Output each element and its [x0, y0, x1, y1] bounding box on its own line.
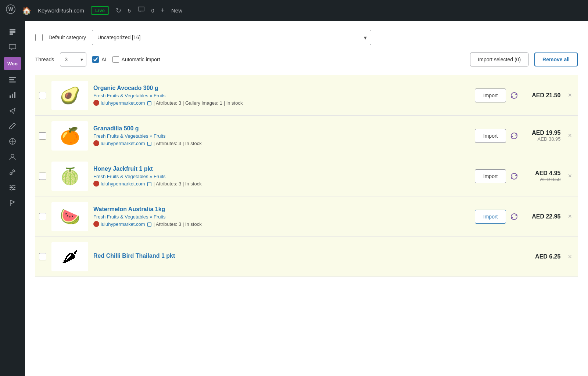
product-meta-p4: luluhypermarket.com | Attributes: 3 | In…	[93, 221, 470, 227]
remove-button-p4[interactable]: ×	[566, 211, 574, 222]
product-checkbox-p3[interactable]	[39, 173, 46, 180]
sidebar-icon-edit[interactable]	[2, 119, 23, 133]
product-title-p5[interactable]: Red Chilli Bird Thailand 1 pkt	[93, 253, 513, 259]
svg-rect-7	[9, 79, 14, 80]
svg-point-20	[11, 189, 12, 190]
product-category-p3[interactable]: Fresh Fruits & Vegetables » Fruits	[93, 174, 470, 179]
wp-logo-icon[interactable]: W	[6, 4, 15, 17]
remove-button-p1[interactable]: ×	[566, 90, 574, 101]
ai-checkbox-label[interactable]: AI	[92, 56, 106, 63]
sync-count: 5	[128, 8, 131, 14]
default-category-row: Default category Uncategorized [16] Frui…	[35, 30, 578, 45]
sidebar-icon-users[interactable]	[2, 149, 23, 164]
sidebar-icon-flag[interactable]	[2, 196, 23, 210]
table-row: 🌶 Red Chilli Bird Thailand 1 pkt AED 6.2…	[35, 237, 578, 277]
sidebar-icon-tools[interactable]	[2, 165, 23, 180]
source-link-p1[interactable]: luluhypermarket.com	[101, 100, 145, 106]
sidebar-icon-menu[interactable]	[2, 72, 23, 87]
table-row: 🍊 Granadilla 500 g Fresh Fruits & Vegeta…	[35, 116, 578, 156]
svg-rect-10	[12, 94, 13, 98]
price-main-p3: AED 4.95	[524, 170, 560, 177]
product-image-p1: 🥑	[51, 81, 88, 110]
product-info-p5: Red Chilli Bird Thailand 1 pkt	[93, 253, 513, 261]
category-select[interactable]: Uncategorized [16] Fruits Vegetables	[92, 30, 371, 45]
external-icon-p2	[147, 142, 151, 146]
svg-rect-6	[9, 77, 16, 78]
product-actions-p3: Import	[475, 169, 519, 183]
sync-icon[interactable]: ↻	[116, 7, 121, 15]
product-category-p1[interactable]: Fresh Fruits & Vegetables » Fruits	[93, 93, 470, 98]
product-meta-p3: luluhypermarket.com | Attributes: 3 | In…	[93, 181, 470, 187]
price-main-p4: AED 22.95	[524, 213, 560, 220]
import-button-p4[interactable]: Import	[475, 210, 506, 224]
svg-rect-5	[9, 44, 16, 49]
sync-icon-p3[interactable]	[510, 172, 519, 181]
source-link-p2[interactable]: luluhypermarket.com	[101, 141, 145, 146]
sidebar-icon-appearance[interactable]	[2, 134, 23, 149]
remove-button-p5[interactable]: ×	[566, 252, 574, 262]
sidebar-icon-settings[interactable]	[2, 180, 23, 195]
product-actions-p2: Import	[475, 129, 519, 143]
sidebar-icon-woo[interactable]: Woo	[4, 57, 21, 70]
remove-button-p3[interactable]: ×	[566, 171, 574, 181]
attributes-p1: | Attributes: 3 | Gallery images: 1 | In…	[154, 100, 243, 106]
table-row: 🍈 Honey Jackfruit 1 pkt Fresh Fruits & V…	[35, 156, 578, 196]
remove-button-p2[interactable]: ×	[566, 130, 574, 141]
default-category-checkbox[interactable]	[35, 34, 43, 41]
sync-icon-p2[interactable]	[510, 131, 519, 140]
remove-all-button[interactable]: Remove all	[534, 53, 578, 66]
external-icon-p1	[147, 101, 151, 105]
product-info-p2: Granadilla 500 g Fresh Fruits & Vegetabl…	[93, 125, 470, 146]
threads-select[interactable]: 12345	[60, 53, 86, 66]
product-image-p5: 🌶	[51, 242, 88, 271]
product-info-p4: Watermelon Australia 1kg Fresh Fruits & …	[93, 206, 470, 227]
product-title-p2[interactable]: Granadilla 500 g	[93, 125, 470, 132]
product-title-p3[interactable]: Honey Jackfruit 1 pkt	[93, 166, 470, 172]
default-category-label: Default category	[49, 35, 86, 40]
svg-point-18	[11, 185, 12, 187]
site-name[interactable]: KeywordRush.com	[38, 7, 84, 14]
product-info-p1: Organic Avocado 300 g Fresh Fruits & Veg…	[93, 85, 470, 106]
product-info-p3: Honey Jackfruit 1 pkt Fresh Fruits & Veg…	[93, 166, 470, 187]
product-title-p4[interactable]: Watermelon Australia 1kg	[93, 206, 470, 213]
comments-count: 0	[151, 8, 154, 14]
auto-import-checkbox[interactable]	[112, 56, 119, 63]
sidebar-icon-pages[interactable]	[2, 25, 23, 39]
home-icon[interactable]: 🏠	[22, 6, 31, 15]
source-link-p4[interactable]: luluhypermarket.com	[101, 221, 145, 227]
svg-rect-4	[10, 33, 13, 35]
price-old-p3: AED 8.50	[524, 177, 560, 182]
svg-rect-3	[10, 31, 15, 33]
product-checkbox-p5[interactable]	[39, 253, 46, 260]
product-category-p4[interactable]: Fresh Fruits & Vegetables » Fruits	[93, 214, 470, 220]
auto-import-checkbox-label[interactable]: Automatic import	[112, 56, 160, 63]
product-meta-p2: luluhypermarket.com | Attributes: 3 | In…	[93, 140, 470, 146]
sync-icon-p4[interactable]	[510, 212, 519, 221]
ai-label: AI	[101, 57, 106, 62]
product-image-p3: 🍈	[51, 162, 88, 191]
attributes-p2: | Attributes: 3 | In stock	[154, 141, 202, 146]
sync-icon-p1[interactable]	[510, 91, 519, 100]
product-checkbox-p1[interactable]	[39, 92, 46, 99]
ai-checkbox[interactable]	[92, 56, 99, 63]
import-button-p2[interactable]: Import	[475, 129, 506, 143]
category-select-wrapper: Uncategorized [16] Fruits Vegetables	[92, 30, 371, 45]
svg-rect-17	[10, 189, 15, 190]
import-selected-button[interactable]: Import selected (0)	[470, 53, 528, 66]
product-checkbox-p4[interactable]	[39, 213, 46, 220]
sidebar-icon-marketing[interactable]	[2, 103, 23, 118]
import-button-p1[interactable]: Import	[475, 88, 506, 102]
sidebar-icon-analytics[interactable]	[2, 88, 23, 102]
new-label[interactable]: New	[171, 7, 182, 14]
comments-icon[interactable]	[137, 6, 145, 15]
product-title-p1[interactable]: Organic Avocado 300 g	[93, 85, 470, 91]
source-icon-p4	[93, 221, 99, 227]
sidebar-icon-comments[interactable]	[2, 40, 23, 55]
threads-select-wrapper: 12345	[60, 53, 86, 66]
import-button-p3[interactable]: Import	[475, 169, 506, 183]
live-badge: Live	[91, 6, 109, 15]
svg-text:W: W	[8, 6, 13, 12]
source-link-p3[interactable]: luluhypermarket.com	[101, 181, 145, 187]
product-checkbox-p2[interactable]	[39, 132, 46, 140]
product-category-p2[interactable]: Fresh Fruits & Vegetables » Fruits	[93, 133, 470, 139]
